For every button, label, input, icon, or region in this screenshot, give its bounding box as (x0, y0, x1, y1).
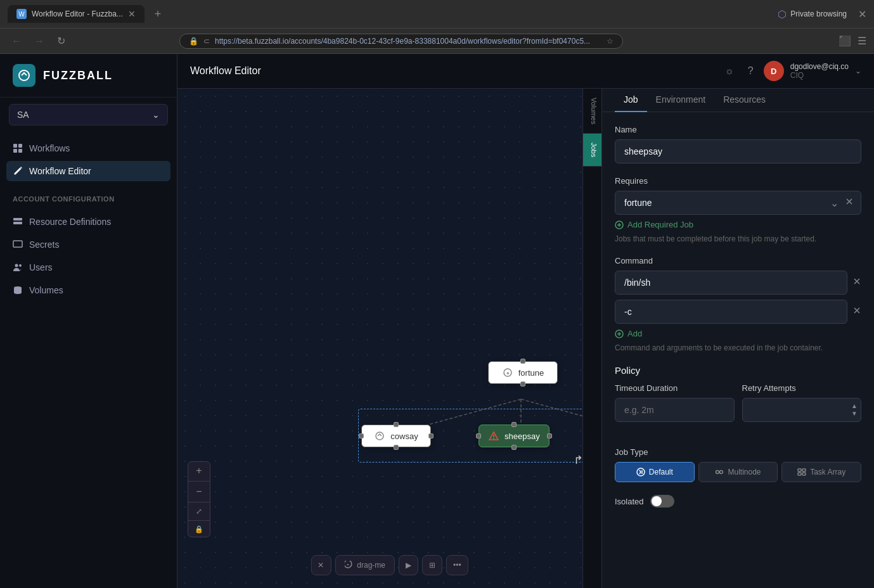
spin-up-arrow[interactable]: ▲ (851, 402, 858, 410)
cursor-indicator: ↱ (574, 453, 583, 467)
zoom-in-button[interactable]: + (188, 462, 210, 480)
node-handle-left-cowsay[interactable] (359, 433, 364, 438)
requires-label: Requires (615, 176, 861, 186)
help-button[interactable]: ? (744, 61, 757, 80)
node-handle-top-cowsay[interactable] (394, 422, 399, 427)
toolbar-drag-button[interactable]: drag-me (335, 556, 394, 575)
reload-button[interactable]: ↻ (53, 32, 69, 49)
node-handle-left-sheepsay[interactable] (476, 433, 481, 438)
requires-delete-icon[interactable] (842, 195, 856, 211)
node-handle-bottom[interactable] (520, 381, 525, 387)
config-nav-section: Resource Definitions Secrets Users Volum… (0, 205, 177, 307)
address-bar[interactable]: 🔒 ⊂ https://beta.fuzzball.io/accounts/4b… (179, 34, 623, 49)
menu-icon[interactable]: ☰ (858, 35, 866, 47)
add-required-job-button[interactable]: Add Required Job (615, 220, 861, 229)
task-array-type-icon (797, 468, 806, 476)
users-icon (13, 262, 23, 272)
node-handle-top[interactable] (520, 359, 525, 364)
job-type-default-label: Default (649, 468, 673, 476)
spin-down-arrow[interactable]: ▼ (851, 410, 858, 418)
extensions-icon[interactable]: ⬛ (839, 35, 851, 47)
svg-point-11 (19, 264, 22, 267)
user-avatar: D (764, 61, 784, 81)
tab-environment[interactable]: Environment (647, 88, 715, 112)
lock-button[interactable]: 🔒 (188, 522, 210, 537)
requires-group: Requires fortune ⌄ Add Required Job (615, 176, 861, 243)
job-type-multinode-button[interactable]: Multinode (698, 462, 778, 482)
node-icon-fortune: ✦ (502, 367, 513, 378)
tab-job[interactable]: Job (615, 88, 647, 112)
user-menu: ☼ ? D dgodlove@ciq.co CIQ ⌄ (721, 61, 861, 81)
sidebar-item-volumes[interactable]: Volumes (0, 279, 177, 302)
forward-button[interactable]: → (30, 33, 48, 49)
node-fortune[interactable]: ✦ fortune (488, 361, 558, 384)
sidebar-item-resource-definitions[interactable]: Resource Definitions (0, 210, 177, 233)
edit-panel: ✕ Edit sheepsay Job Environment Resource… (601, 54, 874, 588)
job-type-default-button[interactable]: Default (615, 462, 695, 482)
app-container: FUZZBALL SA ⌄ Workflows Workflow Editor … (0, 54, 874, 588)
retry-input[interactable] (742, 398, 862, 422)
requires-select[interactable]: fortune (615, 191, 861, 215)
tab-volumes[interactable]: Volumes (583, 89, 601, 134)
sidebar-item-secrets[interactable]: Secrets (0, 233, 177, 256)
sidebar-item-secrets-label: Secrets (29, 240, 59, 250)
isolated-row: Isolated (615, 495, 861, 508)
app-header: Workflow Editor ☼ ? D dgodlove@ciq.co CI… (177, 54, 874, 89)
node-cowsay[interactable]: cowsay (361, 425, 431, 447)
command-line2-delete-icon[interactable] (852, 306, 861, 317)
zoom-out-button[interactable]: − (188, 483, 210, 501)
node-handle-bottom-cowsay[interactable] (394, 445, 399, 450)
command-line1-delete-icon[interactable] (852, 277, 861, 288)
node-handle-top-sheepsay[interactable] (511, 422, 517, 427)
page-title: Workflow Editor (190, 65, 261, 77)
tab-resources[interactable]: Resources (714, 88, 774, 112)
toolbar-grid-button[interactable]: ⊞ (423, 556, 442, 575)
fit-view-button[interactable]: ⤢ (188, 504, 210, 519)
browser-tab[interactable]: W Workflow Editor - Fuzzba... ✕ (8, 5, 145, 23)
timeout-group: Timeout Duration (615, 383, 735, 422)
sidebar: FUZZBALL SA ⌄ Workflows Workflow Editor … (0, 54, 177, 588)
sidebar-header: FUZZBALL (0, 54, 177, 98)
account-config-label: ACCOUNT CONFIGURATION (0, 188, 177, 205)
toolbar-more-button[interactable]: ••• (447, 556, 468, 575)
address-bar-row: ← → ↻ 🔒 ⊂ https://beta.fuzzball.io/accou… (0, 29, 874, 54)
svg-point-10 (15, 264, 18, 267)
command-label: Command (615, 256, 861, 265)
node-sheepsay[interactable]: sheepsay (479, 425, 549, 447)
tab-jobs[interactable]: Jobs (583, 134, 601, 167)
isolated-toggle[interactable] (650, 495, 674, 508)
new-tab-button[interactable]: + (150, 8, 167, 21)
logo-text: FUZZBALL (43, 69, 113, 82)
sidebar-item-workflow-editor[interactable]: Workflow Editor (6, 161, 170, 181)
account-selector[interactable]: SA ⌄ (9, 104, 168, 125)
command-line1-input[interactable] (615, 271, 847, 295)
sidebar-item-workflows[interactable]: Workflows (0, 137, 177, 160)
node-handle-right-cowsay[interactable] (428, 433, 434, 438)
tab-close-button[interactable]: ✕ (128, 9, 136, 19)
timeout-input[interactable] (615, 398, 735, 422)
close-browser-button[interactable]: ✕ (858, 8, 866, 20)
bookmark-icon[interactable]: ☆ (607, 37, 614, 46)
node-handle-right-sheepsay[interactable] (547, 433, 552, 438)
add-command-button[interactable]: Add (615, 329, 861, 338)
sidebar-item-users[interactable]: Users (0, 256, 177, 279)
toolbar-group-grid: ⊞ (422, 555, 442, 575)
job-type-task-array-button[interactable]: Task Array (781, 462, 861, 482)
back-button[interactable]: ← (8, 33, 25, 49)
timeout-label: Timeout Duration (615, 383, 735, 393)
node-handle-bottom-sheepsay[interactable] (511, 445, 517, 450)
command-line2-input[interactable] (615, 300, 847, 324)
toolbar-close-button[interactable]: ✕ (311, 556, 330, 575)
node-label-cowsay: cowsay (390, 431, 418, 441)
theme-toggle-button[interactable]: ☼ (721, 61, 738, 80)
canvas-area[interactable]: ✦ fortune cowsay (177, 89, 601, 588)
name-input[interactable] (615, 139, 861, 163)
retry-group: Retry Attempts ▲ ▼ (742, 383, 862, 422)
user-menu-chevron-icon[interactable]: ⌄ (855, 67, 861, 75)
svg-rect-40 (802, 469, 806, 471)
nav-section: Workflows Workflow Editor (0, 132, 177, 188)
toolbar-group-play: ▶ (399, 555, 418, 575)
account-name: SA (17, 110, 29, 120)
toolbar-play-button[interactable]: ▶ (399, 556, 418, 575)
job-type-multinode-label: Multinode (728, 468, 761, 476)
